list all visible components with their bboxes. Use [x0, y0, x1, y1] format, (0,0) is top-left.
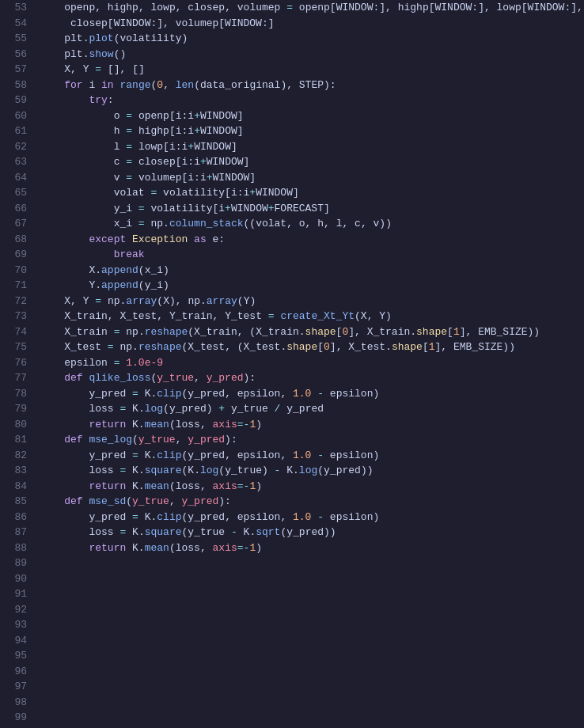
code-line-57: plt.plot(volatility) — [40, 31, 584, 47]
code-line-89: y_pred = K.clip(y_pred, epsilon, 1.0 - e… — [40, 386, 584, 402]
line-numbers: 53 54 55 56 57 58 59 60 61 62 63 64 65 6… — [0, 0, 33, 728]
code-line-55: closep[WINDOW:], volumep[WINDOW:] — [40, 16, 584, 32]
code-line-69: volat = volatility[i:i+WINDOW] — [40, 185, 584, 201]
code-line-97: return K.mean(loss, axis=-1) — [40, 479, 584, 495]
code-line-96: loss = K.square(K.log(y_true) - K.log(y_… — [40, 463, 584, 479]
code-line-61: for i in range(0, len(data_original), ST… — [40, 78, 584, 93]
code-line-72: x_i = np.column_stack((volat, o, h, l, c… — [40, 216, 584, 232]
code-line-80: X, Y = np.array(X), np.array(Y) — [40, 294, 584, 309]
code-line-78: Y.append(y_i) — [40, 278, 584, 294]
code-line-62: try: — [40, 93, 584, 108]
code-line-88: def qlike_loss(y_true, y_pred): — [40, 370, 584, 386]
code-line-60: X, Y = [], [] — [40, 62, 584, 78]
code-line-81: X_train, X_test, Y_train, Y_test = creat… — [40, 309, 584, 324]
code-line-77: X.append(x_i) — [40, 263, 584, 279]
code-line-94: def mse_log(y_true, y_pred): — [40, 432, 584, 448]
code-line-100: def mse_sd(y_true, y_pred): — [40, 494, 584, 510]
code-line-71: y_i = volatility[i+WINDOW+FORECAST] — [40, 201, 584, 217]
code-editor: 53 54 55 56 57 58 59 60 61 62 63 64 65 6… — [0, 0, 584, 728]
code-line-58: plt.show() — [40, 47, 584, 63]
code-lines[interactable]: openp, highp, lowp, closep, volumep = op… — [33, 0, 584, 728]
code-line-87: epsilon = 1.0e-9 — [40, 355, 584, 371]
code-line-83: X_train = np.reshape(X_train, (X_train.s… — [40, 324, 584, 340]
code-line-75: break — [40, 247, 584, 263]
code-line-74: except Exception as e: — [40, 232, 584, 248]
code-line-95: y_pred = K.clip(y_pred, epsilon, 1.0 - e… — [40, 448, 584, 464]
code-line-67: v = volumep[i:i+WINDOW] — [40, 170, 584, 186]
code-line-63: o = openp[i:i+WINDOW] — [40, 108, 584, 124]
code-line-101: y_pred = K.clip(y_pred, epsilon, 1.0 - e… — [40, 510, 584, 525]
code-line-90: loss = K.log(y_pred) + y_true / y_pred — [40, 401, 584, 417]
code-line-91: return K.mean(loss, axis=-1) — [40, 417, 584, 433]
code-line-64: h = highp[i:i+WINDOW] — [40, 123, 584, 139]
code-line-102: loss = K.square(y_true - K.sqrt(y_pred)) — [40, 525, 584, 540]
code-line-54: openp, highp, lowp, closep, volumep = op… — [40, 0, 584, 16]
code-line-66: c = closep[i:i+WINDOW] — [40, 154, 584, 170]
code-line-103: return K.mean(loss, axis=-1) — [40, 540, 584, 556]
code-line-84: X_test = np.reshape(X_test, (X_test.shap… — [40, 339, 584, 355]
code-line-65: l = lowp[i:i+WINDOW] — [40, 139, 584, 155]
